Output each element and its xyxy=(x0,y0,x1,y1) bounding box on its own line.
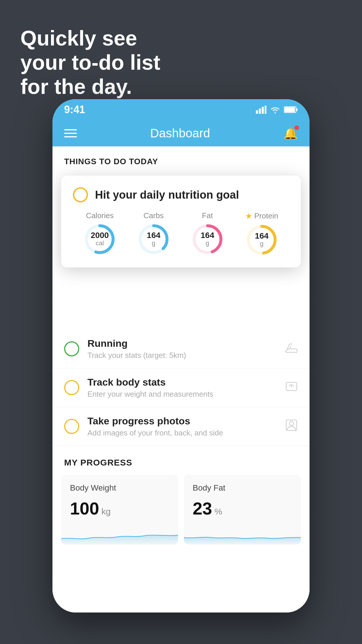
star-icon: ★ xyxy=(245,211,252,221)
fat-value: 164 xyxy=(201,231,214,239)
progress-cards: Body Weight 100 kg xyxy=(61,475,301,545)
carbs-label: Carbs xyxy=(143,211,164,220)
fat-ring: 164 g xyxy=(191,223,224,255)
headline-line2: your to-do list xyxy=(20,50,160,75)
headline-line1: Quickly see xyxy=(20,26,160,50)
svg-rect-3 xyxy=(265,106,266,114)
todo-title-photos: Take progress photos xyxy=(87,415,279,427)
calories-item: Calories 2000 cal xyxy=(84,211,116,255)
svg-rect-2 xyxy=(262,107,264,114)
headline: Quickly see your to-do list for the day. xyxy=(20,26,160,99)
fat-unit: g xyxy=(201,239,214,247)
body-fat-title: Body Fat xyxy=(193,483,292,493)
body-weight-value: 100 xyxy=(70,498,99,519)
calories-ring: 2000 cal xyxy=(84,223,116,255)
todo-circle-running xyxy=(64,341,79,356)
body-weight-value-row: 100 kg xyxy=(70,498,169,519)
todo-text-body-stats: Track body stats Enter your weight and m… xyxy=(87,377,279,399)
things-today-header: THINGS TO DO TODAY xyxy=(52,146,310,172)
fat-item: Fat 164 g xyxy=(191,211,224,255)
protein-value: 164 xyxy=(255,232,269,240)
protein-label: ★ Protein xyxy=(245,211,278,221)
todo-check-circle[interactable] xyxy=(73,187,88,202)
todo-item-running[interactable]: Running Track your stats (target: 5km) xyxy=(52,330,310,368)
body-weight-unit: kg xyxy=(101,507,111,517)
protein-unit: g xyxy=(255,240,269,248)
notification-dot xyxy=(294,125,299,130)
shoe-icon xyxy=(285,342,298,356)
todo-title-running: Running xyxy=(87,338,279,349)
carbs-unit: g xyxy=(147,239,161,247)
person-icon xyxy=(285,419,298,434)
status-bar: 9:41 xyxy=(52,99,310,120)
todo-item-photos[interactable]: Take progress photos Add images of your … xyxy=(52,407,310,446)
scale-icon xyxy=(285,380,298,396)
todo-subtitle-running: Track your stats (target: 5km) xyxy=(87,351,279,360)
todo-text-photos: Take progress photos Add images of your … xyxy=(87,415,279,438)
battery-icon xyxy=(284,106,298,114)
phone-body: THINGS TO DO TODAY Hit your daily nutrit… xyxy=(52,146,310,612)
todo-item-body-stats[interactable]: Track body stats Enter your weight and m… xyxy=(52,368,310,407)
phone-mockup: 9:41 xyxy=(52,99,310,612)
status-time: 9:41 xyxy=(64,104,85,116)
headline-line3: for the day. xyxy=(20,75,160,99)
bell-icon[interactable]: 🔔 xyxy=(283,127,298,140)
status-icons xyxy=(256,106,298,114)
nav-title: Dashboard xyxy=(150,126,210,140)
todo-list: Running Track your stats (target: 5km) T… xyxy=(52,330,310,446)
svg-rect-1 xyxy=(259,108,261,114)
body-fat-value: 23 xyxy=(193,498,212,519)
fat-value-inner: 164 g xyxy=(201,231,214,247)
progress-title: MY PROGRESS xyxy=(61,458,301,468)
fat-label: Fat xyxy=(202,211,213,220)
nutrition-circles: Calories 2000 cal Carbs xyxy=(73,211,289,256)
card-title-row: Hit your daily nutrition goal xyxy=(73,187,289,202)
body-fat-value-row: 23 % xyxy=(193,498,292,519)
todo-circle-body-stats xyxy=(64,380,79,395)
signal-icon xyxy=(256,106,266,114)
todo-subtitle-photos: Add images of your front, back, and side xyxy=(87,428,279,438)
protein-value-inner: 164 g xyxy=(255,232,269,248)
nav-bar: Dashboard 🔔 xyxy=(52,120,310,146)
wifi-icon xyxy=(270,106,280,114)
calories-value: 2000 xyxy=(91,231,109,239)
body-fat-chart xyxy=(184,524,301,545)
nutrition-card: Hit your daily nutrition goal Calories 2… xyxy=(61,176,301,267)
calories-value-inner: 2000 cal xyxy=(91,231,109,247)
calories-unit: cal xyxy=(91,239,109,247)
body-weight-chart xyxy=(61,524,178,545)
svg-point-18 xyxy=(289,421,294,426)
body-fat-unit: % xyxy=(215,507,222,517)
carbs-value: 164 xyxy=(147,231,161,239)
carbs-ring: 164 g xyxy=(138,223,170,255)
svg-rect-5 xyxy=(284,107,295,112)
svg-rect-6 xyxy=(296,108,298,111)
hamburger-menu[interactable] xyxy=(64,129,77,137)
carbs-item: Carbs 164 g xyxy=(138,211,170,255)
nutrition-card-title: Hit your daily nutrition goal xyxy=(95,189,239,201)
body-weight-card[interactable]: Body Weight 100 kg xyxy=(61,475,178,545)
body-weight-title: Body Weight xyxy=(70,483,169,493)
protein-ring: 164 g xyxy=(246,224,278,256)
todo-circle-photos xyxy=(64,419,79,434)
carbs-value-inner: 164 g xyxy=(147,231,161,247)
progress-section: MY PROGRESS Body Weight 100 kg xyxy=(52,458,310,545)
svg-rect-0 xyxy=(256,110,258,114)
todo-title-body-stats: Track body stats xyxy=(87,377,279,388)
todo-subtitle-body-stats: Enter your weight and measurements xyxy=(87,390,279,399)
calories-label: Calories xyxy=(86,211,114,220)
todo-text-running: Running Track your stats (target: 5km) xyxy=(87,338,279,360)
body-fat-card[interactable]: Body Fat 23 % xyxy=(184,475,301,545)
protein-item: ★ Protein 164 g xyxy=(245,211,278,256)
